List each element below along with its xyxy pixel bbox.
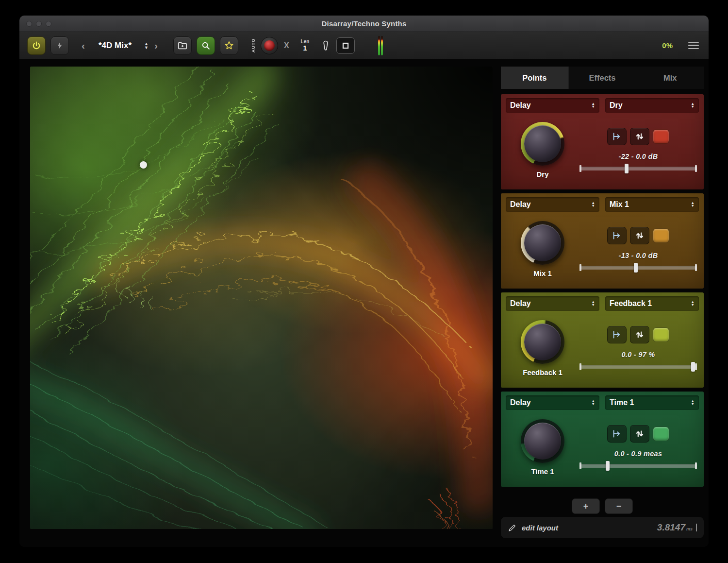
pencil-icon — [508, 523, 517, 532]
caret-mark — [696, 524, 697, 531]
preset-updown-button[interactable]: ▲ ▼ — [144, 42, 149, 50]
select-arrows-icon: ▲▼ — [592, 301, 595, 307]
menu-icon — [688, 42, 699, 43]
length-control[interactable]: Len 1 — [301, 39, 310, 52]
clear-automation-button[interactable]: X — [283, 41, 290, 50]
minimize-button[interactable] — [36, 21, 42, 27]
preset-name[interactable]: *4D Mix* — [91, 41, 139, 51]
ramp-mode-button[interactable] — [607, 425, 627, 443]
meter-bar-left — [378, 36, 380, 55]
module-select[interactable]: Delay ▲▼ — [506, 98, 599, 113]
add-point-button[interactable]: + — [572, 498, 600, 514]
window-title: Disarray/Techno Synths — [19, 19, 709, 28]
param-select[interactable]: Mix 1 ▲▼ — [605, 197, 699, 212]
up-down-arrows-icon — [634, 230, 645, 241]
param-select[interactable]: Dry ▲▼ — [605, 98, 699, 113]
invert-range-button[interactable] — [630, 128, 649, 145]
favorite-button[interactable] — [220, 36, 238, 55]
select-arrows-icon: ▲▼ — [691, 301, 695, 307]
ramp-mode-button[interactable] — [607, 227, 627, 244]
length-value: 1 — [303, 44, 307, 52]
slider-handle[interactable] — [691, 362, 695, 372]
module-select[interactable]: Delay ▲▼ — [506, 197, 599, 212]
ramp-mode-button[interactable] — [607, 128, 627, 145]
power-icon — [32, 41, 41, 51]
color-swatch-button[interactable] — [653, 327, 669, 342]
remove-point-button[interactable]: − — [605, 498, 633, 514]
prev-preset-button[interactable]: ‹ — [81, 40, 86, 51]
mix1-range-slider[interactable] — [579, 262, 697, 273]
tab-points[interactable]: Points — [501, 67, 568, 89]
star-icon — [224, 40, 234, 51]
traffic-lights — [26, 16, 51, 32]
module-select[interactable]: Delay ▲▼ — [506, 296, 599, 311]
close-button[interactable] — [26, 21, 32, 27]
meter-bar-right — [381, 36, 383, 55]
panel-tabs: Points Effects Mix — [501, 67, 704, 89]
slider-handle[interactable] — [606, 461, 610, 471]
tab-effects[interactable]: Effects — [568, 67, 636, 89]
time1-knob[interactable] — [521, 419, 564, 463]
menu-button[interactable] — [686, 40, 701, 51]
panel-footer: edit layout 3.8147 ms — [501, 517, 704, 538]
ramp-icon — [612, 329, 622, 340]
invert-range-button[interactable] — [630, 425, 649, 443]
folder-plus-icon — [177, 40, 188, 51]
range-readout: 0.0 - 97 % — [621, 351, 655, 358]
knob-label: Feedback 1 — [523, 368, 563, 376]
ramp-icon — [612, 230, 622, 241]
browse-presets-button[interactable] — [197, 36, 215, 55]
lightning-icon — [55, 41, 64, 50]
save-preset-button[interactable] — [173, 36, 192, 55]
point-actions: + − — [501, 498, 704, 514]
ramp-icon — [612, 131, 622, 142]
level-meter — [378, 36, 383, 55]
power-button[interactable] — [27, 36, 46, 55]
dry-knob[interactable] — [521, 122, 564, 166]
module-select[interactable]: Delay ▲▼ — [506, 395, 599, 410]
feedback1-range-slider[interactable] — [579, 361, 697, 372]
param-select[interactable]: Time 1 ▲▼ — [605, 395, 699, 410]
select-arrows-icon: ▲▼ — [592, 400, 595, 406]
ramp-mode-button[interactable] — [607, 326, 627, 343]
dry-range-slider[interactable] — [579, 163, 697, 174]
search-icon — [200, 40, 211, 51]
latency-readout: 3.8147 ms — [657, 522, 697, 533]
color-swatch-button[interactable] — [653, 129, 669, 144]
spectral-visualizer[interactable] — [30, 67, 493, 529]
slider-handle[interactable] — [625, 164, 629, 173]
select-arrows-icon: ▲▼ — [691, 400, 695, 406]
ramp-icon — [612, 428, 622, 439]
color-swatch-button[interactable] — [653, 228, 669, 243]
color-swatch-button[interactable] — [653, 427, 669, 441]
param-card-mix1: Delay ▲▼ Mix 1 ▲▼ Mix 1 — [501, 193, 704, 289]
feedback1-knob[interactable] — [521, 320, 564, 364]
range-readout: 0.0 - 0.9 meas — [614, 450, 662, 458]
select-arrows-icon: ▲▼ — [592, 202, 595, 208]
up-down-arrows-icon — [634, 428, 645, 439]
titlebar: Disarray/Techno Synths — [19, 16, 709, 32]
select-arrows-icon: ▲▼ — [592, 102, 595, 109]
xy-point[interactable] — [140, 161, 147, 169]
main-content: Points Effects Mix Delay ▲▼ Dry ▲▼ — [19, 59, 709, 547]
invert-range-button[interactable] — [630, 326, 649, 343]
param-select[interactable]: Feedback 1 ▲▼ — [605, 296, 699, 311]
up-down-arrows-icon — [634, 131, 645, 142]
triangle-down-icon: ▼ — [144, 46, 149, 50]
knob-label: Mix 1 — [533, 269, 552, 277]
length-label: Len — [301, 39, 310, 45]
mix1-knob[interactable] — [521, 221, 564, 265]
param-card-time1: Delay ▲▼ Time 1 ▲▼ Time 1 — [501, 392, 704, 487]
zoom-button[interactable] — [46, 21, 51, 27]
display-mode-button[interactable] — [336, 37, 355, 54]
edit-layout-button[interactable]: edit layout — [522, 524, 558, 532]
invert-range-button[interactable] — [630, 227, 649, 244]
tab-mix[interactable]: Mix — [636, 67, 704, 89]
time1-range-slider[interactable] — [579, 461, 697, 471]
lightning-button[interactable] — [50, 36, 69, 55]
record-automation-button[interactable] — [261, 37, 278, 54]
slider-handle[interactable] — [634, 263, 638, 273]
knob-label: Dry — [536, 170, 548, 178]
pin-button[interactable] — [320, 39, 331, 52]
next-preset-button[interactable]: › — [153, 40, 159, 51]
